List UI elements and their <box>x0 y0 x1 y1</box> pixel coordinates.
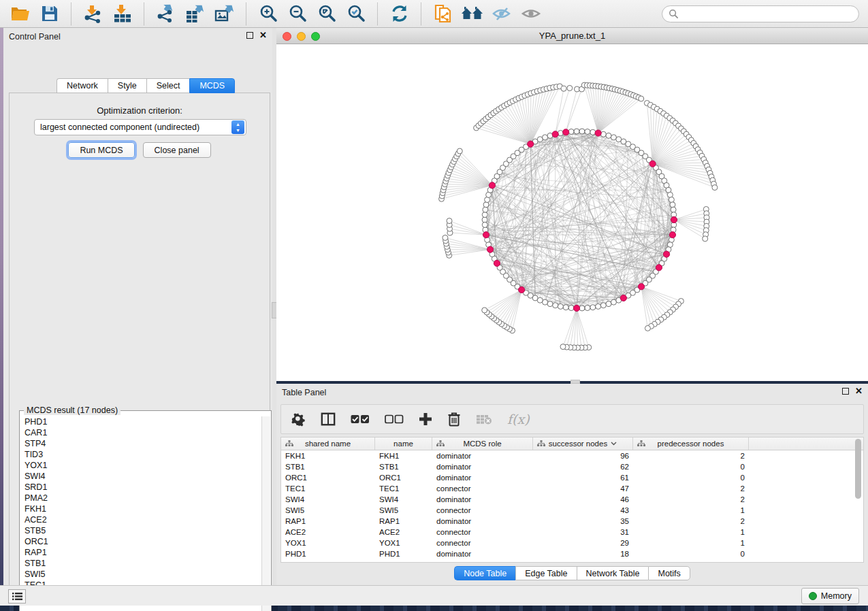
table-row[interactable]: SWI4SWI4dominator462 <box>281 494 863 505</box>
graph-dominator-node[interactable] <box>573 305 579 311</box>
mcds-result-item[interactable]: SWI5 <box>25 569 262 580</box>
table-row[interactable]: PHD1PHD1dominator180 <box>281 548 863 559</box>
export-network-button[interactable] <box>151 1 180 26</box>
add-column-button[interactable] <box>419 412 432 426</box>
function-builder-button[interactable]: f(x) <box>507 412 530 427</box>
mcds-result-item[interactable]: CAR1 <box>25 427 262 438</box>
import-network-button[interactable] <box>78 1 108 26</box>
graph-leaf-node[interactable] <box>560 344 566 350</box>
graph-node[interactable] <box>568 129 574 134</box>
delete-column-button[interactable] <box>447 412 461 427</box>
tab-select[interactable]: Select <box>146 78 190 93</box>
graph-node[interactable] <box>579 306 585 311</box>
graph-node[interactable] <box>558 303 563 309</box>
graph-leaf-node[interactable] <box>703 236 708 242</box>
graph-node[interactable] <box>482 217 487 222</box>
graph-node[interactable] <box>611 299 616 305</box>
tab-style[interactable]: Style <box>108 78 146 93</box>
table-scrollbar-thumb[interactable] <box>855 439 861 499</box>
table-row[interactable]: ACE2ACE2connector311 <box>281 527 863 538</box>
graph-node[interactable] <box>606 133 611 138</box>
mcds-result-item[interactable]: ACE2 <box>25 514 262 525</box>
show-all-button[interactable] <box>516 1 545 26</box>
open-file-button[interactable] <box>5 1 35 26</box>
graph-dominator-node[interactable] <box>595 130 601 136</box>
graph-node[interactable] <box>563 305 568 310</box>
graph-node[interactable] <box>669 197 674 203</box>
graph-dominator-node[interactable] <box>552 131 558 137</box>
graph-node[interactable] <box>579 129 585 134</box>
zoom-out-button[interactable] <box>283 1 312 26</box>
graph-node[interactable] <box>483 202 489 208</box>
tab-edge-table[interactable]: Edge Table <box>515 566 576 580</box>
graph-leaf-node[interactable] <box>567 85 573 90</box>
graph-leaf-node[interactable] <box>447 218 452 224</box>
table-row[interactable]: STB1STB1dominator620 <box>281 461 863 472</box>
tab-mcds[interactable]: MCDS <box>189 78 235 93</box>
close-table-panel-icon[interactable]: ✕ <box>855 388 863 395</box>
mcds-result-item[interactable]: SWI4 <box>25 471 262 482</box>
table-row[interactable]: FKH1FKH1dominator962 <box>281 450 863 461</box>
graph-node[interactable] <box>596 303 601 309</box>
mcds-result-item[interactable]: STB1 <box>25 558 262 569</box>
mcds-result-item[interactable]: PHD1 <box>25 416 262 427</box>
table-scrollbar[interactable] <box>854 439 862 548</box>
graph-node[interactable] <box>482 222 487 227</box>
close-panel-icon[interactable]: ✕ <box>259 32 267 39</box>
graph-node[interactable] <box>483 207 488 212</box>
graph-dominator-node[interactable] <box>656 265 662 271</box>
graph-dominator-node[interactable] <box>494 260 500 266</box>
graph-node[interactable] <box>574 129 579 134</box>
mcds-result-item[interactable]: ORC1 <box>25 536 262 547</box>
network-graph[interactable] <box>276 44 868 381</box>
column-header-predecessor-nodes[interactable]: predecessor nodes <box>633 437 749 450</box>
network-window-titlebar[interactable]: YPA_prune.txt_1 <box>276 28 868 44</box>
float-table-panel-icon[interactable] <box>842 388 849 395</box>
table-row[interactable]: SWI5SWI5connector431 <box>281 505 863 516</box>
zoom-fit-button[interactable] <box>312 1 341 26</box>
column-settings-gear-button[interactable] <box>291 412 306 427</box>
table-row[interactable]: RAP1RAP1dominator352 <box>281 516 863 527</box>
graph-leaf-node[interactable] <box>639 96 644 101</box>
mcds-result-list[interactable]: PHD1CAR1STP4TID3YOX1SWI4SRD1PMA2FKH1ACE2… <box>20 416 262 611</box>
search-box[interactable] <box>662 5 859 22</box>
tab-node-table[interactable]: Node Table <box>454 566 515 580</box>
run-mcds-button[interactable]: Run MCDS <box>68 142 134 158</box>
graph-node[interactable] <box>585 306 590 311</box>
mcds-result-item[interactable]: FKH1 <box>25 503 262 514</box>
table-row[interactable]: TEC1TEC1connector472 <box>281 483 863 494</box>
refresh-button[interactable] <box>385 1 414 26</box>
select-all-checkboxes-button[interactable] <box>351 414 370 424</box>
network-canvas[interactable] <box>276 44 868 381</box>
zoom-in-button[interactable] <box>253 1 283 26</box>
graph-dominator-node[interactable] <box>519 286 525 293</box>
delete-table-button[interactable] <box>476 414 492 425</box>
graph-node[interactable] <box>670 202 675 208</box>
zoom-selected-button[interactable] <box>341 1 370 26</box>
graph-dominator-node[interactable] <box>487 246 493 252</box>
mcds-result-item[interactable]: RAP1 <box>25 547 262 558</box>
graph-dominator-node[interactable] <box>528 141 534 147</box>
export-table-button[interactable] <box>180 1 210 26</box>
mcds-result-item[interactable]: YOX1 <box>25 460 262 471</box>
graph-leaf-node[interactable] <box>482 308 487 313</box>
tab-network-table[interactable]: Network Table <box>577 566 649 580</box>
graph-node[interactable] <box>482 212 487 218</box>
graph-node[interactable] <box>590 305 596 310</box>
graph-leaf-node[interactable] <box>457 148 462 154</box>
mcds-list-scrollbar[interactable] <box>261 416 270 611</box>
graph-leaf-node[interactable] <box>561 86 566 91</box>
graph-node[interactable] <box>543 135 548 140</box>
graph-dominator-node[interactable] <box>671 216 677 222</box>
duplicate-network-button[interactable] <box>428 1 457 26</box>
tab-motifs[interactable]: Motifs <box>648 566 690 580</box>
column-header-name[interactable]: name <box>375 437 432 450</box>
graph-leaf-node[interactable] <box>645 325 650 331</box>
mcds-result-item[interactable]: PMA2 <box>25 493 262 503</box>
graph-dominator-node[interactable] <box>649 161 656 167</box>
search-input[interactable] <box>679 10 842 19</box>
graph-node[interactable] <box>600 303 606 308</box>
column-header-shared-name[interactable]: shared name <box>281 437 375 450</box>
graph-dominator-node[interactable] <box>563 129 569 135</box>
graph-dominator-node[interactable] <box>483 232 489 238</box>
